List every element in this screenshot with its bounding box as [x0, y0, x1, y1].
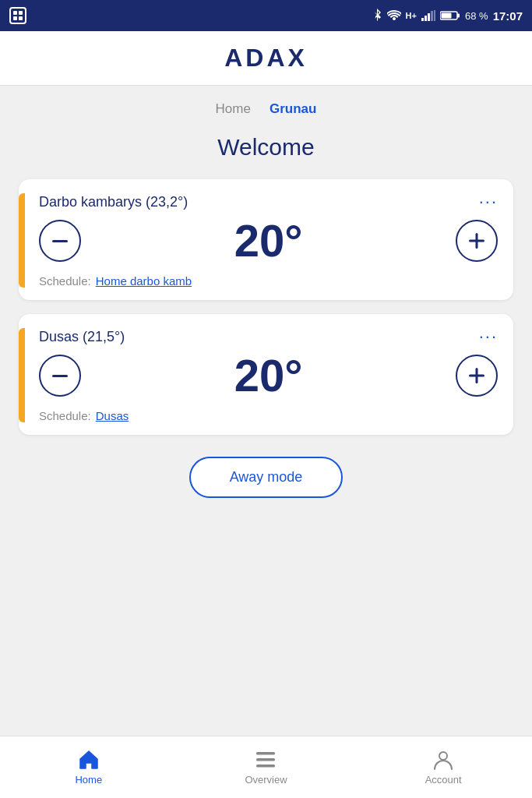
bluetooth-icon	[372, 9, 382, 23]
card-accent-1	[19, 193, 25, 288]
device-name-1: Darbo kambarys (23,2°)	[39, 194, 188, 210]
status-bar-left	[9, 7, 26, 24]
app-icon	[9, 7, 26, 24]
nav-label-overview: Overview	[245, 774, 287, 786]
svg-rect-14	[256, 752, 275, 755]
svg-rect-8	[52, 240, 68, 242]
tab-grunau[interactable]: Grunau	[270, 101, 316, 118]
overview-icon	[255, 749, 277, 771]
temp-display-2: 20°	[234, 353, 303, 398]
signal-indicator: H+	[406, 11, 417, 20]
app-logo: ADAX	[224, 44, 308, 72]
home-icon	[78, 749, 100, 771]
svg-rect-10	[469, 240, 484, 242]
away-mode-button[interactable]: Away mode	[189, 457, 344, 498]
card-schedule-2: Schedule: Dusas	[39, 409, 498, 422]
main-content: Home Grunau Welcome Darbo kambarys (23,2…	[0, 86, 532, 736]
increase-temp-1[interactable]	[456, 220, 498, 262]
card-header-1: Darbo kambarys (23,2°) ···	[39, 193, 498, 210]
device-card-1: Darbo kambarys (23,2°) ··· 20° Schedule:…	[19, 179, 513, 300]
clock: 17:07	[493, 9, 523, 23]
wifi-icon	[387, 10, 401, 21]
schedule-label-2: Schedule:	[39, 409, 91, 422]
svg-rect-6	[457, 14, 460, 18]
device-more-1[interactable]: ···	[479, 193, 498, 210]
status-bar-right: H+ 68 % 17:07	[372, 9, 523, 23]
battery-percentage: 68 %	[465, 10, 488, 22]
nav-item-overview[interactable]: Overview	[234, 749, 297, 786]
svg-rect-7	[441, 13, 451, 19]
nav-label-account: Account	[425, 774, 462, 786]
app-header: ADAX	[0, 31, 532, 86]
svg-point-17	[439, 752, 447, 760]
svg-rect-15	[256, 758, 275, 761]
welcome-title: Welcome	[217, 134, 314, 161]
device-card-2: Dusas (21,5°) ··· 20° Schedule: Dusas	[19, 314, 513, 435]
temp-display-1: 20°	[234, 218, 303, 263]
svg-rect-13	[469, 375, 484, 377]
card-accent-2	[19, 328, 25, 422]
card-controls-2: 20°	[39, 353, 498, 398]
schedule-link-2[interactable]: Dusas	[96, 409, 129, 422]
increase-temp-2[interactable]	[456, 355, 498, 397]
schedule-label-1: Schedule:	[39, 274, 91, 288]
card-header-2: Dusas (21,5°) ···	[39, 328, 498, 345]
device-more-2[interactable]: ···	[479, 328, 498, 345]
svg-rect-1	[425, 16, 427, 21]
decrease-temp-1[interactable]	[39, 220, 81, 262]
svg-rect-2	[428, 13, 430, 21]
status-bar: H+ 68 % 17:07	[0, 0, 532, 31]
card-body-1: Darbo kambarys (23,2°) ··· 20° Schedule:…	[39, 193, 498, 288]
schedule-link-1[interactable]: Home darbo kamb	[96, 274, 192, 288]
card-schedule-1: Schedule: Home darbo kamb	[39, 274, 498, 288]
device-name-2: Dusas (21,5°)	[39, 329, 125, 345]
svg-rect-0	[421, 18, 424, 21]
svg-rect-4	[434, 10, 435, 21]
nav-item-account[interactable]: Account	[412, 749, 474, 786]
signal-bars-icon	[421, 10, 435, 21]
card-controls-1: 20°	[39, 218, 498, 263]
decrease-temp-2[interactable]	[39, 355, 81, 397]
card-body-2: Dusas (21,5°) ··· 20° Schedule: Dusas	[39, 328, 498, 422]
nav-label-home: Home	[75, 774, 102, 786]
tab-home[interactable]: Home	[216, 101, 251, 118]
location-tabs: Home Grunau	[216, 101, 317, 118]
svg-rect-11	[52, 375, 68, 377]
svg-rect-3	[431, 11, 433, 21]
svg-rect-16	[256, 764, 275, 768]
bottom-nav: Home Overview Account	[0, 736, 532, 798]
account-icon	[432, 749, 454, 771]
nav-item-home[interactable]: Home	[58, 749, 120, 786]
battery-icon	[440, 10, 460, 21]
